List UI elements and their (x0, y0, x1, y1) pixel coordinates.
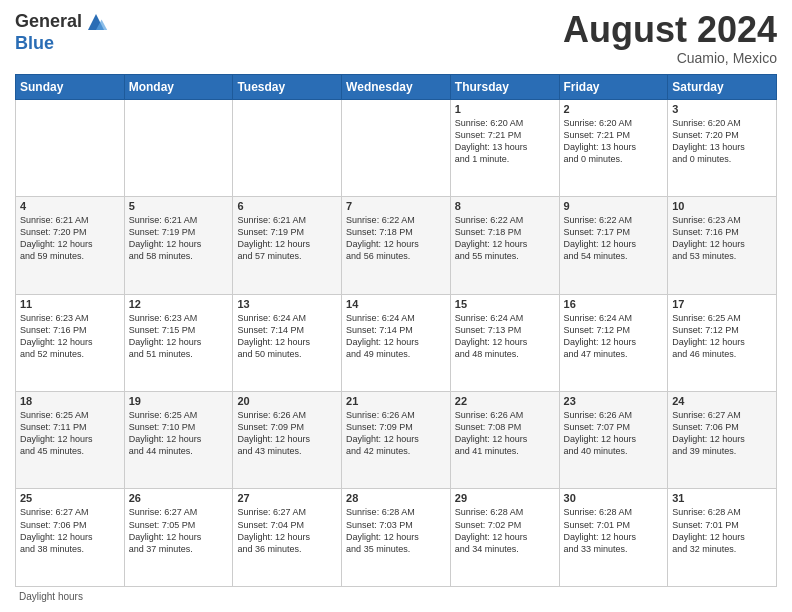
calendar-cell: 24Sunrise: 6:27 AMSunset: 7:06 PMDayligh… (668, 392, 777, 489)
calendar-day-header: Tuesday (233, 74, 342, 99)
calendar-day-header: Wednesday (342, 74, 451, 99)
day-info: Sunrise: 6:23 AMSunset: 7:16 PMDaylight:… (20, 312, 120, 361)
calendar-cell: 29Sunrise: 6:28 AMSunset: 7:02 PMDayligh… (450, 489, 559, 587)
calendar-cell: 14Sunrise: 6:24 AMSunset: 7:14 PMDayligh… (342, 294, 451, 391)
day-number: 12 (129, 298, 229, 310)
calendar-cell: 25Sunrise: 6:27 AMSunset: 7:06 PMDayligh… (16, 489, 125, 587)
calendar-cell: 22Sunrise: 6:26 AMSunset: 7:08 PMDayligh… (450, 392, 559, 489)
day-number: 26 (129, 492, 229, 504)
logo-general: General (15, 12, 82, 32)
day-info: Sunrise: 6:25 AMSunset: 7:12 PMDaylight:… (672, 312, 772, 361)
day-info: Sunrise: 6:26 AMSunset: 7:09 PMDaylight:… (346, 409, 446, 458)
month-year: August 2024 (563, 10, 777, 50)
logo-text: General Blue (15, 10, 108, 54)
day-number: 22 (455, 395, 555, 407)
calendar-cell: 18Sunrise: 6:25 AMSunset: 7:11 PMDayligh… (16, 392, 125, 489)
day-number: 2 (564, 103, 664, 115)
calendar-cell: 20Sunrise: 6:26 AMSunset: 7:09 PMDayligh… (233, 392, 342, 489)
day-number: 14 (346, 298, 446, 310)
calendar-cell: 3Sunrise: 6:20 AMSunset: 7:20 PMDaylight… (668, 99, 777, 196)
calendar-day-header: Sunday (16, 74, 125, 99)
day-info: Sunrise: 6:22 AMSunset: 7:18 PMDaylight:… (346, 214, 446, 263)
calendar-cell: 19Sunrise: 6:25 AMSunset: 7:10 PMDayligh… (124, 392, 233, 489)
day-info: Sunrise: 6:21 AMSunset: 7:20 PMDaylight:… (20, 214, 120, 263)
calendar-cell: 10Sunrise: 6:23 AMSunset: 7:16 PMDayligh… (668, 197, 777, 294)
day-info: Sunrise: 6:20 AMSunset: 7:21 PMDaylight:… (455, 117, 555, 166)
day-info: Sunrise: 6:26 AMSunset: 7:08 PMDaylight:… (455, 409, 555, 458)
day-number: 30 (564, 492, 664, 504)
day-number: 24 (672, 395, 772, 407)
calendar-cell: 21Sunrise: 6:26 AMSunset: 7:09 PMDayligh… (342, 392, 451, 489)
calendar-cell: 2Sunrise: 6:20 AMSunset: 7:21 PMDaylight… (559, 99, 668, 196)
day-number: 15 (455, 298, 555, 310)
calendar-cell: 12Sunrise: 6:23 AMSunset: 7:15 PMDayligh… (124, 294, 233, 391)
day-info: Sunrise: 6:24 AMSunset: 7:14 PMDaylight:… (237, 312, 337, 361)
calendar-week-row: 25Sunrise: 6:27 AMSunset: 7:06 PMDayligh… (16, 489, 777, 587)
day-info: Sunrise: 6:28 AMSunset: 7:01 PMDaylight:… (672, 506, 772, 555)
day-number: 9 (564, 200, 664, 212)
day-info: Sunrise: 6:23 AMSunset: 7:16 PMDaylight:… (672, 214, 772, 263)
calendar-cell: 30Sunrise: 6:28 AMSunset: 7:01 PMDayligh… (559, 489, 668, 587)
day-info: Sunrise: 6:28 AMSunset: 7:02 PMDaylight:… (455, 506, 555, 555)
calendar-week-row: 4Sunrise: 6:21 AMSunset: 7:20 PMDaylight… (16, 197, 777, 294)
day-number: 3 (672, 103, 772, 115)
day-number: 17 (672, 298, 772, 310)
calendar-day-header: Thursday (450, 74, 559, 99)
calendar-cell: 16Sunrise: 6:24 AMSunset: 7:12 PMDayligh… (559, 294, 668, 391)
day-number: 27 (237, 492, 337, 504)
day-info: Sunrise: 6:25 AMSunset: 7:10 PMDaylight:… (129, 409, 229, 458)
day-info: Sunrise: 6:28 AMSunset: 7:01 PMDaylight:… (564, 506, 664, 555)
calendar-cell: 8Sunrise: 6:22 AMSunset: 7:18 PMDaylight… (450, 197, 559, 294)
day-number: 18 (20, 395, 120, 407)
day-number: 13 (237, 298, 337, 310)
day-info: Sunrise: 6:24 AMSunset: 7:14 PMDaylight:… (346, 312, 446, 361)
day-number: 23 (564, 395, 664, 407)
calendar-cell: 28Sunrise: 6:28 AMSunset: 7:03 PMDayligh… (342, 489, 451, 587)
day-info: Sunrise: 6:24 AMSunset: 7:13 PMDaylight:… (455, 312, 555, 361)
day-info: Sunrise: 6:20 AMSunset: 7:20 PMDaylight:… (672, 117, 772, 166)
day-info: Sunrise: 6:28 AMSunset: 7:03 PMDaylight:… (346, 506, 446, 555)
day-info: Sunrise: 6:27 AMSunset: 7:04 PMDaylight:… (237, 506, 337, 555)
calendar-cell: 15Sunrise: 6:24 AMSunset: 7:13 PMDayligh… (450, 294, 559, 391)
calendar-week-row: 1Sunrise: 6:20 AMSunset: 7:21 PMDaylight… (16, 99, 777, 196)
calendar-day-header: Monday (124, 74, 233, 99)
calendar-week-row: 11Sunrise: 6:23 AMSunset: 7:16 PMDayligh… (16, 294, 777, 391)
day-number: 28 (346, 492, 446, 504)
footer-note: Daylight hours (15, 591, 777, 602)
calendar-cell: 1Sunrise: 6:20 AMSunset: 7:21 PMDaylight… (450, 99, 559, 196)
calendar-cell: 27Sunrise: 6:27 AMSunset: 7:04 PMDayligh… (233, 489, 342, 587)
day-number: 7 (346, 200, 446, 212)
day-info: Sunrise: 6:21 AMSunset: 7:19 PMDaylight:… (237, 214, 337, 263)
calendar-cell (342, 99, 451, 196)
page: General Blue August 2024 Cuamio, Mexico … (0, 0, 792, 612)
day-info: Sunrise: 6:24 AMSunset: 7:12 PMDaylight:… (564, 312, 664, 361)
calendar-cell: 9Sunrise: 6:22 AMSunset: 7:17 PMDaylight… (559, 197, 668, 294)
day-number: 10 (672, 200, 772, 212)
day-number: 8 (455, 200, 555, 212)
calendar-cell: 13Sunrise: 6:24 AMSunset: 7:14 PMDayligh… (233, 294, 342, 391)
day-info: Sunrise: 6:23 AMSunset: 7:15 PMDaylight:… (129, 312, 229, 361)
calendar-day-header: Friday (559, 74, 668, 99)
day-number: 21 (346, 395, 446, 407)
calendar-cell: 26Sunrise: 6:27 AMSunset: 7:05 PMDayligh… (124, 489, 233, 587)
day-number: 20 (237, 395, 337, 407)
location: Cuamio, Mexico (563, 50, 777, 66)
calendar-cell (124, 99, 233, 196)
calendar-cell: 17Sunrise: 6:25 AMSunset: 7:12 PMDayligh… (668, 294, 777, 391)
calendar-cell: 31Sunrise: 6:28 AMSunset: 7:01 PMDayligh… (668, 489, 777, 587)
day-number: 1 (455, 103, 555, 115)
calendar-cell: 4Sunrise: 6:21 AMSunset: 7:20 PMDaylight… (16, 197, 125, 294)
calendar-cell (233, 99, 342, 196)
day-number: 11 (20, 298, 120, 310)
title-block: August 2024 Cuamio, Mexico (563, 10, 777, 66)
calendar-cell: 5Sunrise: 6:21 AMSunset: 7:19 PMDaylight… (124, 197, 233, 294)
day-info: Sunrise: 6:22 AMSunset: 7:18 PMDaylight:… (455, 214, 555, 263)
calendar-cell: 23Sunrise: 6:26 AMSunset: 7:07 PMDayligh… (559, 392, 668, 489)
day-info: Sunrise: 6:21 AMSunset: 7:19 PMDaylight:… (129, 214, 229, 263)
day-info: Sunrise: 6:25 AMSunset: 7:11 PMDaylight:… (20, 409, 120, 458)
day-info: Sunrise: 6:22 AMSunset: 7:17 PMDaylight:… (564, 214, 664, 263)
day-info: Sunrise: 6:26 AMSunset: 7:09 PMDaylight:… (237, 409, 337, 458)
calendar-day-header: Saturday (668, 74, 777, 99)
day-info: Sunrise: 6:27 AMSunset: 7:06 PMDaylight:… (672, 409, 772, 458)
day-number: 29 (455, 492, 555, 504)
